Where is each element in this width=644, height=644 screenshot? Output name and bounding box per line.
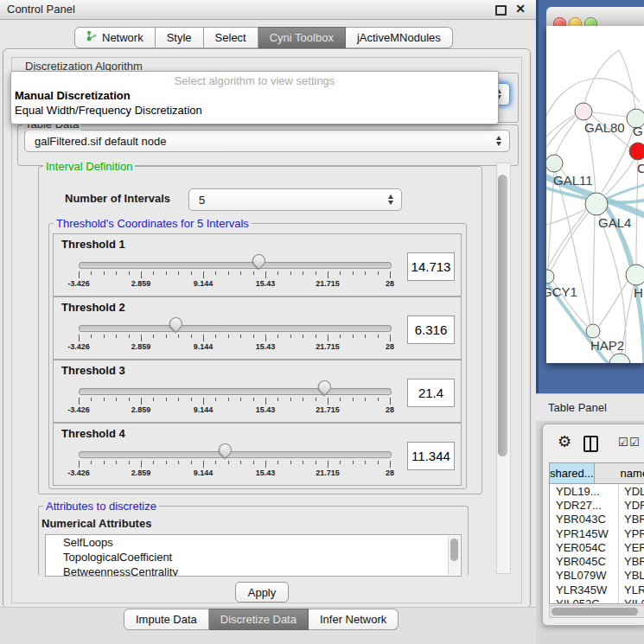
table-horizontal-scrollbar[interactable]	[549, 605, 644, 618]
column-layout-icon[interactable]	[583, 436, 598, 452]
network-node-label[interactable]: H	[634, 285, 643, 300]
panel-vertical-scrollbar[interactable]	[496, 163, 511, 574]
scrollbar-thumb[interactable]	[552, 608, 638, 615]
network-node-label[interactable]: GAL11	[553, 173, 593, 188]
threshold-value-field[interactable]: 6.316	[407, 316, 455, 344]
table-row[interactable]: YER054CYER0	[550, 540, 644, 554]
slider-tick	[353, 398, 354, 401]
tab-infer-network[interactable]: Infer Network	[309, 609, 399, 630]
network-edge[interactable]	[619, 50, 635, 109]
threshold-value-field[interactable]: 14.713	[407, 252, 455, 281]
cell-name[interactable]: YER0	[619, 540, 644, 554]
network-edge[interactable]	[593, 215, 595, 324]
cell-shared-name[interactable]: YER054C	[550, 540, 619, 554]
cell-shared-name[interactable]: YBR045C	[550, 554, 619, 568]
column-header-shared-name[interactable]: shared...	[550, 463, 595, 484]
network-node-gcy1[interactable]	[546, 270, 554, 284]
attribute-list-item[interactable]: TopologicalCoefficient	[46, 550, 461, 564]
column-header-name[interactable]: name	[595, 463, 644, 484]
network-node-c[interactable]	[629, 143, 644, 160]
slider-tick	[228, 461, 229, 464]
network-node-gal11[interactable]	[546, 155, 563, 172]
table-row[interactable]: YBL079WYBL0	[550, 569, 644, 583]
float-window-icon[interactable]	[495, 5, 507, 16]
table-row[interactable]: YDL19...YDL1	[550, 484, 644, 498]
slider-tick	[340, 461, 341, 464]
scrollbar-thumb[interactable]	[498, 175, 507, 456]
tab-impute-data[interactable]: Impute Data	[124, 609, 209, 630]
gear-icon[interactable]: ⚙	[558, 434, 571, 450]
attribute-list-item[interactable]: BetweennessCentrality	[46, 564, 461, 577]
network-window-titlebar[interactable]	[546, 7, 644, 27]
network-node-label[interactable]: C	[637, 161, 644, 175]
network-edge[interactable]	[546, 211, 586, 282]
slider-track[interactable]	[79, 325, 392, 332]
scrollbar-thumb[interactable]	[450, 539, 458, 561]
table-data-combo[interactable]: galFiltered.sif default node	[24, 130, 510, 152]
threshold-value-field[interactable]: 21.4	[407, 379, 455, 407]
tab-style[interactable]: Style	[156, 27, 204, 48]
cell-shared-name[interactable]: YIL052C	[550, 596, 619, 604]
network-node-label[interactable]: GAL80	[584, 120, 625, 135]
slider-tick	[203, 461, 204, 468]
cell-name[interactable]: YBR0	[619, 554, 644, 568]
network-edge[interactable]	[546, 117, 575, 156]
network-node-hap2[interactable]	[586, 324, 600, 338]
network-node-h[interactable]	[626, 265, 644, 285]
cell-shared-name[interactable]: YDR27...	[550, 498, 619, 512]
tab-cyni-toolbox[interactable]: Cyni Toolbox	[258, 27, 346, 48]
network-node-label[interactable]: GCY1	[546, 284, 577, 299]
cell-name[interactable]: YDL1	[619, 484, 644, 498]
network-canvas[interactable]: GAL80GCGAL11GAL4GCY1HHAP2	[546, 26, 644, 363]
slider-tick	[153, 461, 154, 464]
tab-select[interactable]: Select	[204, 27, 258, 48]
close-icon[interactable]: ✕	[515, 2, 526, 16]
cell-shared-name[interactable]: YBR043C	[550, 513, 619, 526]
table-row[interactable]: YBR043CYBR0	[550, 513, 644, 526]
slider-track[interactable]	[79, 388, 392, 395]
slider-tick	[365, 398, 366, 401]
table-row[interactable]: YBR045CYBR0	[550, 554, 644, 568]
slider-tick	[378, 271, 379, 275]
network-node-gal4[interactable]	[585, 193, 608, 215]
slider-tick	[91, 335, 92, 338]
network-graph[interactable]: GAL80GCGAL11GAL4GCY1HHAP2	[546, 26, 644, 363]
network-node-label[interactable]: GAL4	[598, 215, 631, 230]
network-node[interactable]	[609, 354, 630, 363]
table-row[interactable]: YLR345WYLR3	[550, 583, 644, 596]
network-edge[interactable]	[584, 50, 619, 103]
threshold-value-field[interactable]: 11.344	[407, 442, 455, 470]
network-node-gal80[interactable]	[575, 103, 592, 120]
checkbox-checked-icon[interactable]: ☑	[618, 437, 628, 448]
table-row[interactable]: YIL052CYIL0	[550, 596, 644, 604]
num-intervals-combo[interactable]: 5	[188, 188, 402, 211]
network-node-label[interactable]: HAP2	[590, 338, 624, 353]
cell-name[interactable]: YLR3	[619, 583, 644, 596]
cell-shared-name[interactable]: YDL19...	[550, 484, 619, 498]
tab-discretize-data[interactable]: Discretize Data	[209, 609, 309, 630]
cell-shared-name[interactable]: YBL079W	[550, 569, 619, 583]
cell-shared-name[interactable]: YPR145W	[550, 526, 619, 540]
cell-name[interactable]: YPR1	[619, 526, 644, 540]
checkbox-checked-icon[interactable]: ☑	[629, 437, 640, 448]
apply-button[interactable]: Apply	[235, 582, 289, 603]
network-edge[interactable]	[593, 112, 627, 117]
tab-jactivemnodules[interactable]: jActiveMNodules	[346, 27, 453, 48]
popup-option-manual[interactable]: Manual Discretization	[11, 88, 498, 103]
cell-name[interactable]: YDR2	[619, 498, 644, 512]
cell-name[interactable]: YIL0	[619, 596, 644, 604]
table-row[interactable]: YDR27...YDR2	[550, 498, 644, 512]
slider-track[interactable]	[79, 262, 392, 269]
network-node-label[interactable]: G	[633, 124, 643, 138]
app-root: Control Panel ✕ NetworkStyleSelectCyni T…	[0, 0, 644, 644]
tab-network[interactable]: Network	[74, 27, 156, 48]
list-scrollbar[interactable]	[448, 536, 460, 575]
table-row[interactable]: YPR145WYPR1	[550, 526, 644, 540]
slider-track[interactable]	[79, 451, 392, 458]
attribute-list-item[interactable]: SelfLoops	[46, 535, 461, 550]
slider-tick	[153, 335, 154, 338]
cell-name[interactable]: YBL0	[619, 569, 644, 583]
cell-name[interactable]: YBR0	[619, 513, 644, 526]
cell-shared-name[interactable]: YLR345W	[550, 583, 619, 596]
popup-option-equal-width[interactable]: Equal Width/Frequency Discretization	[11, 103, 498, 118]
